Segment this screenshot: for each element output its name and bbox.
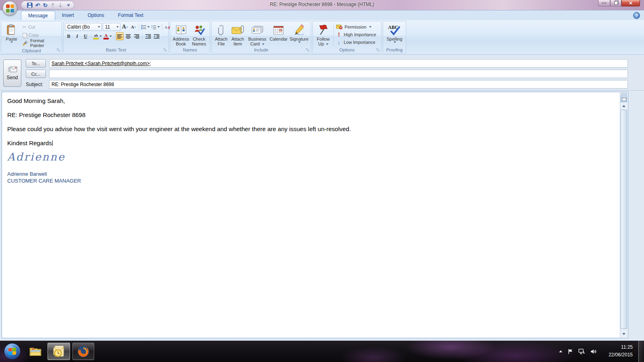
start-button[interactable]: [4, 343, 21, 360]
align-left-button[interactable]: [116, 32, 124, 40]
underline-button[interactable]: U: [82, 32, 89, 40]
font-size-dropdown-icon: [116, 26, 119, 28]
cc-button[interactable]: Cc...: [26, 70, 46, 78]
subject-field[interactable]: RE: Prestige Rochester 8698: [49, 80, 628, 88]
close-button[interactable]: ✕: [621, 0, 640, 6]
highlight-button[interactable]: ab: [93, 32, 102, 40]
clipboard-dialog-launcher-icon[interactable]: [56, 48, 61, 52]
paste-icon: [6, 23, 16, 37]
permission-icon: [336, 25, 343, 29]
minimize-button[interactable]: [598, 0, 610, 6]
office-button[interactable]: [2, 1, 17, 16]
group-label-names: Names: [170, 47, 210, 53]
tab-insert[interactable]: Insert: [55, 11, 81, 20]
address-book-button[interactable]: Address Book: [171, 22, 190, 47]
numbering-icon: 12: [151, 25, 157, 29]
scroll-down-icon[interactable]: [621, 331, 627, 337]
taskbar-clock[interactable]: 11:25 22/06/2015: [609, 343, 633, 359]
action-center-flag-icon[interactable]: [568, 349, 573, 354]
shrink-font-button[interactable]: A˅: [130, 23, 137, 31]
vertical-scrollbar[interactable]: [620, 93, 627, 337]
to-field[interactable]: Sarah Pritchett <Sarah.Pritchett@phplh.c…: [49, 59, 628, 68]
network-icon[interactable]: [578, 349, 585, 354]
ruler-toggle-button[interactable]: [621, 95, 627, 102]
scrollbar-thumb[interactable]: [621, 110, 627, 329]
align-center-button[interactable]: [124, 32, 132, 40]
tab-options[interactable]: Options: [81, 11, 111, 20]
follow-up-flag-icon: [318, 23, 328, 37]
tab-format-text[interactable]: Format Text: [111, 11, 150, 20]
split-handle[interactable]: [621, 93, 627, 95]
low-importance-icon: ↓: [336, 39, 342, 45]
to-button[interactable]: To...: [26, 59, 46, 68]
group-label-options: Options: [313, 47, 381, 53]
follow-up-button[interactable]: Follow Up: [314, 22, 332, 47]
taskbar: 11:25 22/06/2015: [0, 341, 644, 362]
high-importance-button[interactable]: ! High Importance: [336, 31, 376, 38]
body-line-paragraph: Please could you advise how the visit we…: [7, 126, 612, 132]
cc-field[interactable]: [49, 70, 628, 78]
options-dialog-launcher-icon[interactable]: [376, 48, 380, 52]
paste-button[interactable]: Paste: [2, 22, 21, 48]
increase-indent-button[interactable]: [153, 32, 160, 40]
show-desktop-button[interactable]: [638, 341, 644, 362]
decrease-indent-button[interactable]: [144, 32, 152, 40]
taskbar-explorer-button[interactable]: [27, 343, 45, 360]
group-names: Address Book Check Names Names: [170, 21, 210, 53]
numbering-button[interactable]: 12: [151, 23, 160, 31]
check-names-button[interactable]: Check Names: [190, 22, 208, 47]
decrease-indent-icon: [145, 34, 151, 39]
taskbar-outlook-button[interactable]: [47, 343, 70, 360]
bullets-button[interactable]: [141, 23, 150, 31]
grow-font-button[interactable]: A˄: [121, 23, 129, 31]
basic-text-dialog-launcher-icon[interactable]: [163, 48, 167, 52]
signature-name: Adrienne Barwell: [7, 171, 612, 177]
align-right-button[interactable]: [133, 32, 140, 40]
signature-button[interactable]: Signature: [289, 22, 310, 47]
calendar-button[interactable]: Calendar: [268, 22, 289, 47]
show-hidden-icons-icon[interactable]: [559, 350, 562, 352]
restore-button[interactable]: [610, 0, 621, 6]
attach-file-icon: [218, 23, 225, 37]
permission-button[interactable]: Permission: [336, 23, 376, 31]
scroll-up-icon[interactable]: [621, 103, 627, 109]
high-importance-icon: !: [336, 31, 342, 38]
increase-indent-icon: [154, 34, 159, 39]
group-label-basic-text: Basic Text: [64, 47, 168, 53]
taskbar-firefox-button[interactable]: [72, 343, 94, 360]
system-tray: [559, 341, 597, 362]
group-label-proofing: Proofing: [383, 47, 406, 53]
calendar-icon: [273, 23, 284, 37]
minimize-icon: [602, 2, 606, 4]
business-card-button[interactable]: Business Card: [246, 22, 268, 47]
low-importance-button[interactable]: ↓ Low Importance: [336, 39, 376, 46]
highlight-icon: ab: [93, 33, 99, 39]
font-name-combo[interactable]: Calibri (Bo: [65, 23, 102, 31]
body-text[interactable]: Good Morning Sarah, RE: Prestige Rochest…: [7, 98, 612, 184]
body-line-closing: Kindest Regards: [7, 140, 612, 146]
group-label-include: Include: [212, 47, 311, 53]
attach-file-button[interactable]: Attach File: [213, 22, 229, 47]
italic-button[interactable]: I: [73, 32, 81, 40]
bold-button[interactable]: B: [65, 32, 72, 40]
send-button[interactable]: Send: [3, 60, 21, 87]
send-icon: [8, 66, 17, 73]
subject-label: Subject:: [26, 82, 43, 87]
format-painter-button[interactable]: Format Painter: [21, 39, 60, 47]
body-line-greeting: Good Morning Sarah,: [7, 98, 612, 104]
include-dialog-launcher-icon[interactable]: [305, 48, 310, 52]
tab-message[interactable]: Message: [21, 11, 55, 20]
font-size-combo[interactable]: 11: [103, 23, 120, 31]
check-names-icon: [194, 23, 205, 37]
font-color-button[interactable]: A: [103, 32, 112, 40]
outlook-icon: [52, 345, 66, 358]
spelling-button[interactable]: ABC Spelling: [384, 22, 405, 47]
follow-up-dropdown-icon: [326, 43, 328, 45]
signature-script: Adrienne: [7, 154, 612, 160]
svg-text:2: 2: [151, 27, 153, 29]
attach-item-icon: [231, 23, 244, 37]
attach-item-button[interactable]: Attach Item: [229, 22, 246, 47]
help-icon[interactable]: ?: [633, 12, 640, 19]
volume-icon[interactable]: [590, 349, 597, 354]
message-body[interactable]: Good Morning Sarah, RE: Prestige Rochest…: [2, 92, 628, 338]
